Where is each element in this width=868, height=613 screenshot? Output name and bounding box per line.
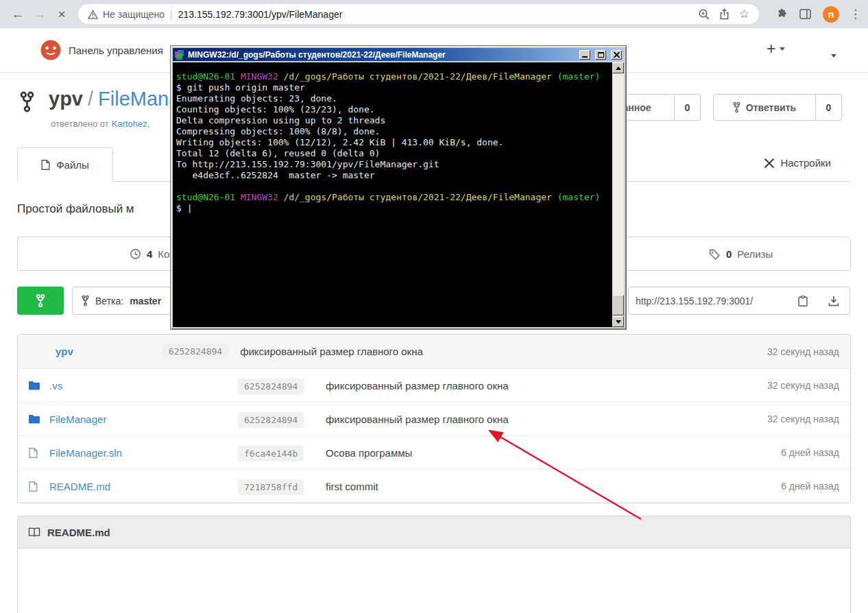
commit-author-link[interactable]: ypv [56,346,73,357]
tag-icon [709,248,721,260]
commit-time: 6 дней назад [781,481,839,492]
file-name-link[interactable]: FileManager [49,413,238,425]
user-menu-dropdown[interactable] [831,48,836,60]
tab-files[interactable]: Файлы [17,147,113,182]
latest-commit-bar: ypv 6252824894 фиксированный размер глав… [18,335,850,368]
scrollbar-thumb[interactable] [612,295,624,315]
fork-button-label: Ответвить [746,102,796,113]
terminal-window[interactable]: MINGW32:/d/_gogs/Работы студентов/2021-2… [170,45,627,330]
releases-link[interactable]: 0 Релизы [709,237,773,270]
tab-settings-label: Настройки [780,157,831,169]
readme-content [17,549,851,613]
file-table-rows: .vs 6252824894 фиксированный размер глав… [18,368,850,503]
repo-forked-icon [19,91,36,116]
file-table-row: .vs 6252824894 фиксированный размер глав… [18,368,850,402]
fork-button[interactable]: Ответвить [713,94,816,121]
branch-name: master [130,296,161,306]
book-icon [28,527,40,537]
bookmark-star-icon[interactable]: ☆ [739,7,749,21]
browser-toolbar: ← → × Не защищено | 213.155.192.79:3001/… [0,0,868,28]
terminal-output[interactable]: stud@N26-01 MINGW32 /d/_gogs/Работы студ… [173,62,612,327]
scroll-up-button[interactable] [612,62,624,73]
file-table: ypv 6252824894 фиксированный размер глав… [17,334,851,503]
commit-hash-badge[interactable]: f6ca4e144b [238,446,304,461]
history-icon [130,248,141,260]
fork-button-group: Ответвить 0 [713,94,842,121]
readme-panel: README.md [17,516,851,613]
commit-hash-badge[interactable]: 7218758ffd [238,479,304,495]
forked-from-label: ответвлено от [51,119,109,129]
stop-icon[interactable]: × [53,7,71,22]
commit-message-link[interactable]: фиксированный размер главного окна [326,413,767,425]
commit-time: 32 секунд назад [767,346,839,357]
scroll-down-button[interactable] [612,316,624,327]
title-separator: / [88,88,93,110]
commit-message-link[interactable]: фиксированный размер главного окна [326,380,767,392]
url-text: 213.155.192.79:3001/ypv/FileManager [178,9,343,20]
repo-owner-link[interactable]: ypv [49,88,83,110]
branch-label: Ветка: [95,296,123,306]
tab-settings[interactable]: Настройки [764,157,831,169]
commit-message-link[interactable]: first commit [326,481,781,492]
compare-button[interactable] [17,287,64,315]
browser-profile-avatar[interactable]: n [823,6,839,23]
files-icon [41,160,50,170]
file-table-row: README.md 7218758ffd first commit 6 дней… [18,469,850,503]
share-icon[interactable] [719,8,730,20]
commit-time: 32 секунд назад [767,413,839,424]
settings-icon [764,158,775,169]
terminal-titlebar[interactable]: MINGW32:/d/_gogs/Работы студентов/2021-2… [173,48,624,61]
file-type-icon [29,481,49,492]
forward-icon[interactable]: → [31,7,49,22]
commit-message-link[interactable]: Осова программы [326,447,781,459]
side-panel-icon[interactable] [799,9,811,19]
file-name-link[interactable]: FileManager.sln [49,447,238,459]
file-name-link[interactable]: .vs [49,380,238,392]
commit-message-link[interactable]: фиксированный размер главного окна [240,346,423,357]
browser-menu-icon[interactable]: ⋮ [849,7,861,21]
plus-icon: + [767,40,775,58]
address-divider: | [170,9,173,20]
download-archive-button[interactable] [818,287,850,315]
file-table-row: FileManager.sln f6ca4e144b Осова програм… [18,435,850,469]
tab-files-label: Файлы [56,159,89,171]
clone-url-input[interactable] [628,287,788,315]
create-new-dropdown[interactable]: + [767,40,785,58]
readme-title: README.md [47,527,110,538]
terminal-title: MINGW32:/d/_gogs/Работы студентов/2021-2… [188,50,576,60]
commit-hash-badge[interactable]: 6252824894 [238,412,304,428]
star-count[interactable]: 0 [675,94,701,121]
maximize-button[interactable] [595,50,606,60]
download-icon [828,296,839,306]
commit-hash-badge[interactable]: 6252824894 [238,378,304,394]
terminal-scrollbar[interactable] [612,62,624,327]
commits-count: 4 [147,248,152,260]
forked-from: ответвлено отKartohez, [51,119,149,129]
forked-from-link[interactable]: Kartohez, [112,119,150,129]
releases-label: Релизы [737,248,773,260]
nav-dashboard-link[interactable]: Панель управления [69,45,163,56]
commit-time: 32 секунд назад [767,380,839,391]
caret-down-icon [831,54,836,58]
branch-icon [36,293,45,308]
extensions-icon[interactable] [776,8,788,20]
zoom-icon[interactable] [698,8,710,20]
file-type-icon [29,414,49,424]
fork-count[interactable]: 0 [816,94,842,121]
address-bar[interactable]: Не защищено | 213.155.192.79:3001/ypv/Fi… [78,4,759,24]
close-button[interactable] [611,50,622,60]
terminal-app-icon [175,50,184,60]
file-type-icon [29,448,49,458]
commit-time: 6 дней назад [781,447,839,458]
caret-down-icon [780,47,785,51]
back-icon[interactable]: ← [9,7,27,22]
copy-url-button[interactable] [787,287,819,315]
readme-header: README.md [17,516,851,549]
releases-count: 0 [726,248,732,260]
file-name-link[interactable]: README.md [49,481,238,492]
branch-icon [82,295,89,306]
commit-hash-badge[interactable]: 6252824894 [162,344,228,359]
minimize-button[interactable] [579,50,590,60]
gogs-logo-icon[interactable] [40,39,62,61]
not-secure-warning-icon[interactable] [88,10,98,19]
